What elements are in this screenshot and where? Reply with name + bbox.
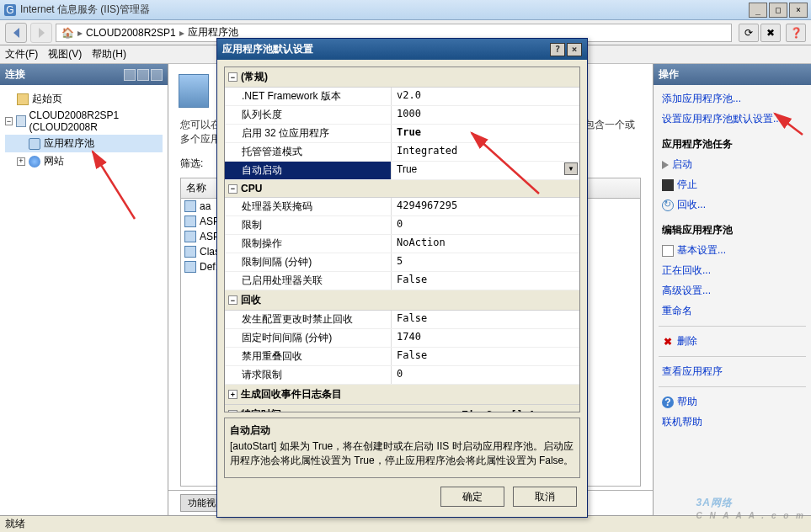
action-view-apps[interactable]: 查看应用程序 [659,363,806,380]
collapse-icon[interactable]: − [228,184,237,194]
ok-button[interactable]: 确定 [440,487,504,507]
pool-icon [184,200,196,212]
category-general[interactable]: −(常规) [225,67,579,88]
action-rename[interactable]: 重命名 [659,302,806,320]
desc-name: 自动启动 [230,423,574,438]
prop-enable-32bit[interactable]: 启用 32 位应用程序True [225,125,579,143]
connections-title: 连接 [5,67,25,82]
tree-server[interactable]: − CLOUD2008R2SP1 (CLOUD2008R [5,108,163,135]
panel-button[interactable] [137,69,149,81]
arrow-right-icon [39,28,45,38]
breadcrumb-server[interactable]: CLOUD2008R2SP1 [86,27,176,39]
chevron-right-icon: ▸ [179,27,184,39]
filter-label: 筛选: [180,157,203,171]
help-icon: ? [662,396,674,408]
globe-icon [29,156,40,168]
action-add-pool[interactable]: 添加应用程序池... [659,90,806,108]
property-grid[interactable]: −(常规) .NET Framework 版本v2.0 队列长度1000 启用 … [224,66,580,412]
collapse-icon[interactable]: − [228,295,237,305]
panel-button[interactable] [124,69,136,81]
category-cpu[interactable]: −CPU [225,180,579,198]
expand-icon[interactable]: + [17,157,25,166]
property-description: 自动启动 [autoStart] 如果为 True，将在创建时或在启动 IIS … [224,418,580,478]
category-recycle[interactable]: −回收 [225,290,579,311]
tree-start-page[interactable]: 起始页 [5,90,163,108]
action-advanced-settings[interactable]: 高级设置... [659,282,806,300]
prop-request-limit[interactable]: 请求限制0 [225,366,579,385]
collapse-icon[interactable]: − [228,72,237,82]
prop-pipeline-mode[interactable]: 托管管道模式Integrated [225,143,579,162]
cancel-button[interactable]: 取消 [513,487,577,507]
pool-icon [184,215,196,227]
action-start[interactable]: 启动 [659,156,806,173]
panel-button[interactable] [151,69,163,81]
statusbar: 就绪 [0,515,811,532]
dialog-help-button[interactable]: ? [550,43,565,56]
tree-sites[interactable]: + 网站 [5,152,163,170]
action-online-help[interactable]: 联机帮助 [659,413,806,431]
delete-icon: ✖ [662,336,674,348]
section-edit-pool: 编辑应用程序池 [659,220,806,239]
prop-limit-action[interactable]: 限制操作NoAction [225,235,579,253]
expand-icon[interactable]: + [228,410,237,412]
collapse-icon[interactable]: − [5,117,13,125]
nav-back-button[interactable] [5,23,27,43]
dropdown-button[interactable]: ▼ [564,162,578,175]
prop-limit-interval[interactable]: 限制间隔 (分钟)5 [225,253,579,272]
action-recycle[interactable]: 回收... [659,196,806,214]
nav-forward-button[interactable] [30,23,52,43]
prop-affinity-enabled[interactable]: 已启用处理器关联False [225,272,579,290]
action-set-defaults[interactable]: 设置应用程序池默认设置... [659,110,806,128]
menu-view[interactable]: 视图(V) [48,47,82,61]
dialog-close-button[interactable]: × [567,43,582,56]
prop-disallow-rotation[interactable]: 禁用重叠回收False [225,348,579,366]
maximize-button[interactable]: □ [769,3,787,18]
menu-help[interactable]: 帮助(H) [92,47,126,61]
page-icon [662,245,674,257]
prop-auto-start[interactable]: 自动启动True▼ [225,162,579,180]
prop-framework[interactable]: .NET Framework 版本v2.0 [225,88,579,106]
action-basic-settings[interactable]: 基本设置... [659,242,806,259]
dialog-title: 应用程序池默认设置 [222,42,313,56]
minimize-button[interactable]: _ [749,3,767,18]
menu-file[interactable]: 文件(F) [5,47,38,61]
recycle-icon [662,200,674,211]
play-icon [662,161,669,169]
prop-queue-length[interactable]: 队列长度1000 [225,106,579,125]
stop-button[interactable]: ✖ [760,24,781,42]
desc-text: [autoStart] 如果为 True，将在创建时或在启动 IIS 时启动应用… [230,439,574,468]
category-specific-time[interactable]: +特定时间TimeSpan[] Array [225,405,579,412]
actions-body: 添加应用程序池... 设置应用程序池默认设置... 应用程序池任务 启动 停止 … [654,85,811,436]
tree-app-pools[interactable]: 应用程序池 [5,135,163,152]
action-delete[interactable]: ✖删除 [659,332,806,350]
prop-fixed-interval[interactable]: 固定时间间隔 (分钟)1740 [225,329,579,348]
connections-panel: 连接 起始页 − CLOUD2008R2SP1 (CLOUD2008R 应 [0,64,168,515]
actions-header: 操作 [654,64,811,85]
pool-icon [29,138,40,150]
action-recycling[interactable]: 正在回收... [659,262,806,279]
dialog-body: −(常规) .NET Framework 版本v2.0 队列长度1000 启用 … [217,60,587,517]
actions-panel: 操作 添加应用程序池... 设置应用程序池默认设置... 应用程序池任务 启动 … [653,64,811,515]
refresh-button[interactable]: ⟳ [739,24,759,42]
action-help[interactable]: ?帮助 [659,393,806,411]
category-recycle-log[interactable]: +生成回收事件日志条目 [225,385,579,405]
dialog-titlebar[interactable]: 应用程序池默认设置 ? × [217,39,587,60]
server-icon [16,115,26,127]
section-pool-tasks: 应用程序池任务 [659,134,806,153]
prop-affinity-mask[interactable]: 处理器关联掩码4294967295 [225,198,579,216]
window-title: Internet 信息服务 (IIS)管理器 [20,3,749,17]
prop-disallow-overlap[interactable]: 发生配置更改时禁止回收False [225,311,579,329]
dialog-buttons: 确定 取消 [224,483,580,510]
watermark: 3A网络 C N A A A . c o m [696,489,806,520]
pool-icon [184,261,196,273]
help-button[interactable]: ❓ [786,24,806,42]
chevron-right-icon: ▸ [77,27,83,39]
expand-icon[interactable]: + [228,390,237,399]
connections-header: 连接 [0,64,168,85]
action-stop[interactable]: 停止 [659,176,806,194]
close-button[interactable]: × [789,3,808,18]
status-text: 就绪 [5,517,25,531]
app-icon: G [3,3,17,17]
stop-icon [662,179,674,191]
prop-limit[interactable]: 限制0 [225,216,579,235]
